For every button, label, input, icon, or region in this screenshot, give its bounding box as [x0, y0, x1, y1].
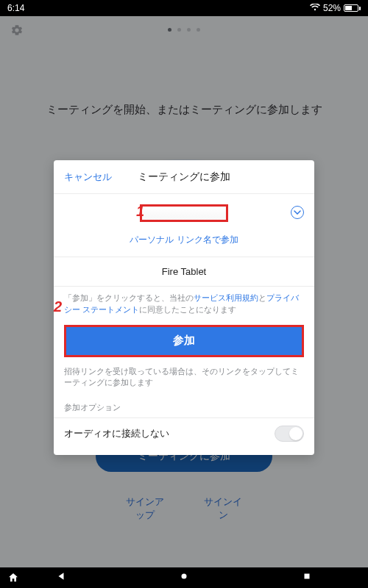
cancel-button[interactable]: キャンセル: [64, 171, 112, 184]
status-time: 6:14: [7, 3, 24, 13]
invite-link-note: 招待リンクを受け取っている場合は、そのリンクをタップしてミーティングに参加します: [54, 363, 314, 403]
svg-rect-1: [304, 574, 309, 579]
tos-link[interactable]: サービス利用規約: [194, 293, 258, 302]
consent-text: 「参加」をクリックすると、当社のサービス利用規約とプライバシー ステートメントに…: [54, 287, 314, 325]
android-navbar: [0, 567, 368, 588]
join-options-label: 参加オプション: [54, 402, 314, 417]
join-meeting-modal: キャンセル ミーティングに参加 パーソナル リンク名で参加 Fire Table…: [54, 160, 314, 455]
home-icon[interactable]: [7, 572, 19, 584]
modal-title: ミーティングに参加: [138, 171, 230, 184]
annotation-2: 2: [54, 299, 62, 314]
wifi-icon: [310, 3, 320, 13]
home-button[interactable]: [179, 571, 189, 584]
battery-icon: [344, 4, 361, 12]
audio-toggle-label: オーディオに接続しない: [64, 427, 169, 440]
svg-point-0: [181, 574, 186, 579]
recents-button[interactable]: [302, 571, 312, 584]
audio-toggle[interactable]: [275, 426, 304, 442]
battery-pct: 52%: [323, 3, 341, 13]
modal-overlay: キャンセル ミーティングに参加 パーソナル リンク名で参加 Fire Table…: [0, 16, 368, 567]
status-bar: 6:14 52%: [0, 0, 368, 16]
personal-link-name[interactable]: パーソナル リンク名で参加: [54, 229, 314, 257]
back-button[interactable]: [56, 571, 66, 584]
device-name-field[interactable]: Fire Tablet: [54, 257, 314, 286]
annotation-1: 1: [136, 204, 144, 218]
chevron-down-icon[interactable]: [291, 206, 304, 219]
meeting-id-input[interactable]: [140, 204, 228, 222]
join-button[interactable]: 参加: [66, 327, 302, 355]
